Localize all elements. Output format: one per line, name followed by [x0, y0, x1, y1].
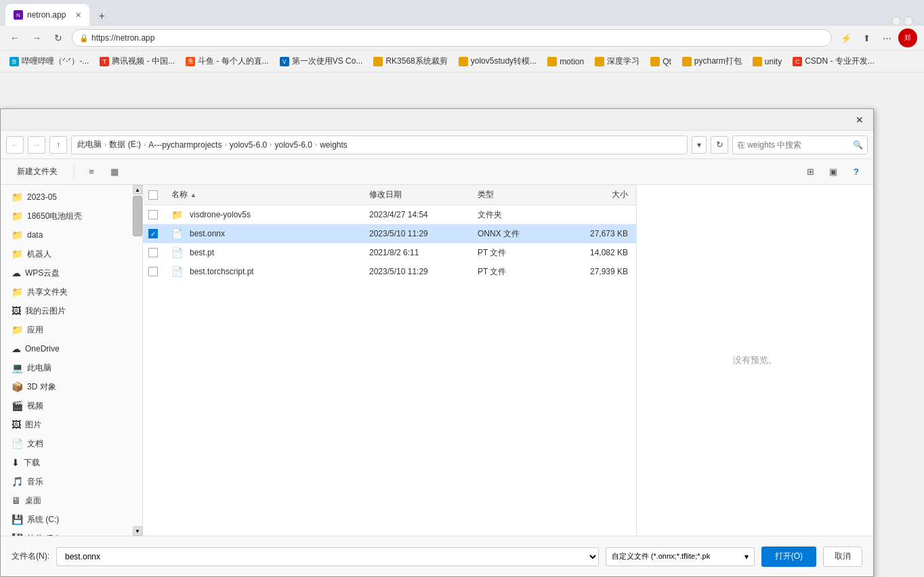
sidebar-item-item-pc[interactable]: 💻此电脑	[1, 358, 142, 377]
sidebar-icon-item-battery: 📁	[12, 211, 23, 221]
view-options-button[interactable]: ⊞	[801, 163, 819, 181]
sidebar-item-item-3d[interactable]: 📦3D 对象	[1, 377, 142, 396]
filetype-dropdown[interactable]: 自定义文件 (*.onnx;*.tflite;*.pk ▾	[606, 547, 755, 566]
breadcrumb-part-0[interactable]: 此电脑	[77, 139, 102, 150]
nav-up-button[interactable]: ↑	[49, 136, 67, 154]
breadcrumb-part-1[interactable]: 数据 (E:)	[109, 139, 141, 150]
view-details-button[interactable]: ▦	[106, 163, 123, 181]
sidebar-label-item-battery: 18650电池组壳	[27, 211, 82, 222]
bookmark-item-bm11[interactable]: unity	[749, 56, 786, 68]
nav-back-button[interactable]: ←	[6, 136, 24, 154]
breadcrumb-part-4[interactable]: yolov5-6.0	[274, 140, 312, 150]
file-name-text-0: visdrone-yolov5s	[190, 210, 251, 219]
cancel-button[interactable]: 取消	[823, 547, 862, 567]
dialog-close-button[interactable]: ✕	[852, 112, 868, 128]
file-name-0: 📁visdrone-yolov5s	[169, 209, 366, 220]
filename-input[interactable]: best.onnx	[56, 547, 599, 566]
file-row-0[interactable]: 📁visdrone-yolov5s2023/4/27 14:54文件夹	[143, 205, 636, 224]
file-row-2[interactable]: 📄best.pt2021/8/2 6:11PT 文件14,082 KB	[143, 243, 636, 262]
search-input[interactable]	[737, 140, 850, 150]
open-button[interactable]: 打开(O)	[761, 547, 816, 567]
file-row-3[interactable]: 📄best.torchscript.pt2023/5/10 11:29PT 文件…	[143, 262, 636, 281]
sidebar-item-item-battery[interactable]: 📁18650电池组壳	[1, 207, 142, 226]
bookmark-item-bm5[interactable]: RK3568系统裁剪	[369, 54, 451, 68]
address-bar[interactable]: 🔒 https://netron.app	[72, 29, 832, 47]
file-date-3: 2023/5/10 11:29	[366, 267, 475, 276]
sidebar-icon-item-sysc: 💾	[12, 514, 23, 525]
file-checkbox-2[interactable]	[148, 248, 169, 257]
bookmark-item-bm3[interactable]: 鱼斗鱼 - 每个人的直...	[182, 54, 273, 68]
sidebar-item-item-desktop[interactable]: 🖥桌面	[1, 491, 142, 510]
sidebar-scrollbar-thumb[interactable]	[133, 196, 142, 236]
sidebar-item-item-share[interactable]: 📁共享文件夹	[1, 282, 142, 301]
profile-button[interactable]: 郑	[898, 28, 917, 47]
bookmark-item-bm9[interactable]: Qt	[646, 56, 675, 68]
sidebar-item-item-data[interactable]: 📁data	[1, 226, 142, 244]
filename-label: 文件名(N):	[12, 551, 49, 562]
sidebar-item-item-doc[interactable]: 📄文档	[1, 434, 142, 453]
sidebar-item-item-sysc[interactable]: 💾系统 (C:)	[1, 510, 142, 529]
back-button[interactable]: ←	[7, 30, 23, 46]
breadcrumb-part-3[interactable]: yolov5-6.0	[230, 140, 267, 150]
sidebar-item-item-2023-05[interactable]: 📁2023-05	[1, 188, 142, 207]
sidebar-item-item-cloud[interactable]: 🖼我的云图片	[1, 301, 142, 320]
file-checkbox-0[interactable]	[148, 210, 169, 219]
view-list-button[interactable]: ≡	[83, 163, 100, 181]
file-row-1[interactable]: ✓📄best.onnx2023/5/10 11:29ONNX 文件27,673 …	[143, 224, 636, 243]
file-checkbox-3[interactable]	[148, 267, 169, 276]
bookmark-item-bm12[interactable]: CCSDN - 专业开发...	[789, 54, 879, 68]
more-button[interactable]: ⋯	[878, 29, 896, 47]
checkbox-box-3[interactable]	[148, 267, 158, 276]
sidebar-item-item-softd[interactable]: 💾软件 (D:)	[1, 529, 142, 536]
refresh-button[interactable]: ↻	[711, 136, 728, 154]
sidebar-item-item-video[interactable]: 🎬视频	[1, 396, 142, 415]
new-tab-button[interactable]: +	[92, 7, 111, 26]
select-all-checkbox[interactable]	[148, 190, 158, 200]
sidebar-item-item-onedrive[interactable]: ☁OneDrive	[1, 339, 142, 358]
checkbox-box-1[interactable]: ✓	[148, 229, 158, 238]
dialog-footer: 文件名(N): best.onnx 自定义文件 (*.onnx;*.tflite…	[1, 536, 873, 576]
breadcrumb-separator-4: ›	[315, 141, 317, 148]
checkbox-box-0[interactable]	[148, 210, 158, 219]
search-box[interactable]: 🔍	[732, 135, 868, 154]
sidebar-item-item-dl[interactable]: ⬇下载	[1, 453, 142, 472]
active-tab[interactable]: N netron.app ✕	[5, 4, 89, 26]
bookmark-item-bm6[interactable]: yolov5study转模...	[455, 54, 541, 68]
sidebar-scroll-down[interactable]: ▼	[133, 526, 142, 536]
maximize-button[interactable]	[904, 16, 913, 26]
nav-forward-button[interactable]: →	[28, 136, 45, 154]
sidebar-item-item-wps[interactable]: ☁WPS云盘	[1, 263, 142, 282]
breadcrumb-part-2[interactable]: A---pycharmprojects	[148, 140, 222, 150]
bookmark-item-bm2[interactable]: T腾讯视频 - 中国...	[96, 54, 179, 68]
breadcrumb-part-5[interactable]: weights	[320, 140, 348, 150]
bookmark-item-bm8[interactable]: 深度学习	[591, 54, 644, 68]
pane-toggle-button[interactable]: ▣	[824, 163, 842, 181]
sidebar-item-item-robot[interactable]: 📁机器人	[1, 244, 142, 263]
bookmark-item-bm7[interactable]: motion	[543, 56, 588, 68]
path-dropdown-button[interactable]: ▾	[692, 136, 707, 154]
tab-close[interactable]: ✕	[75, 11, 81, 20]
browser-chrome: N netron.app ✕ + ← → ↻ 🔒 https://netron.…	[0, 0, 924, 51]
share-button[interactable]: ⬆	[858, 29, 875, 47]
header-checkbox[interactable]	[148, 190, 169, 200]
bookmark-item-bm4[interactable]: V第一次使用VS Co...	[276, 54, 367, 68]
forward-button[interactable]: →	[28, 30, 45, 46]
sidebar-item-item-pic[interactable]: 🖼图片	[1, 415, 142, 434]
bookmark-item-bm10[interactable]: pycharm打包	[678, 54, 746, 68]
header-name[interactable]: 名称 ▲	[169, 189, 366, 200]
reload-button[interactable]: ↻	[50, 30, 66, 46]
minimize-button[interactable]	[891, 16, 901, 26]
bookmark-item-bm1[interactable]: B哔哩哔哩（ᐟ·ᐟ）-...	[5, 54, 93, 68]
file-name-text-2: best.pt	[190, 248, 214, 257]
sidebar-scroll-up[interactable]: ▲	[133, 185, 142, 194]
sidebar-label-item-sysc: 系统 (C:)	[27, 514, 59, 526]
sidebar-item-item-music[interactable]: 🎵音乐	[1, 472, 142, 491]
file-checkbox-1[interactable]: ✓	[148, 229, 169, 238]
extensions-button[interactable]: ⚡	[837, 29, 855, 47]
new-folder-button[interactable]: 新建文件夹	[9, 163, 66, 181]
sidebar-label-item-desktop: 桌面	[25, 495, 41, 507]
sidebar-item-item-apps[interactable]: 📁应用	[1, 320, 142, 339]
help-button[interactable]: ?	[847, 163, 865, 181]
sidebar-label-item-share: 共享文件夹	[27, 286, 68, 298]
checkbox-box-2[interactable]	[148, 248, 158, 257]
